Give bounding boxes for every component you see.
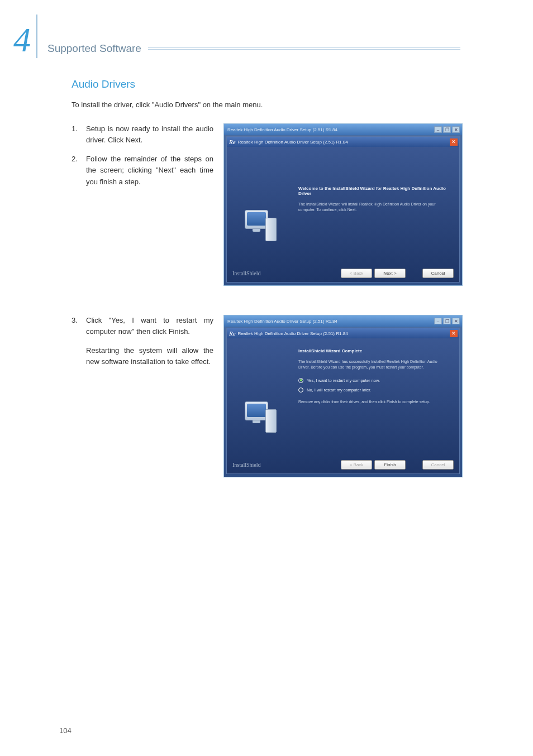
chapter-title: Supported Software xyxy=(47,42,141,55)
page-content: Audio Drivers To install the driver, cli… xyxy=(72,78,463,506)
realtek-logo: Re xyxy=(229,138,236,145)
step-text: Follow the remainder of the steps on the… xyxy=(86,154,213,187)
step-2: 2. Follow the remainder of the steps on … xyxy=(72,154,213,187)
next-button[interactable]: Next > xyxy=(374,269,406,278)
minimize-icon[interactable]: – xyxy=(434,318,442,324)
outer-window: Realtek High Definition Audio Driver Set… xyxy=(223,315,463,477)
window-controls: – ❐ ✕ xyxy=(434,126,460,133)
step-number: 1. xyxy=(72,123,86,146)
radio-selected-icon xyxy=(298,378,303,383)
outer-title-text: Realtek High Definition Audio Driver Set… xyxy=(227,127,337,132)
remove-disks-text: Remove any disks from their drives, and … xyxy=(298,399,449,405)
wizard-text: InstallShield Wizard Complete The Instal… xyxy=(293,338,459,456)
window-controls: – ❐ ✕ xyxy=(434,318,460,324)
maximize-icon[interactable]: ❐ xyxy=(443,318,451,324)
inner-titlebar: Re Realtek High Definition Audio Driver … xyxy=(227,328,459,338)
radio-restart-no[interactable]: No, I will restart my computer later. xyxy=(298,387,449,393)
screenshot-2: Realtek High Definition Audio Driver Set… xyxy=(223,315,463,477)
radio-restart-yes[interactable]: Yes, I want to restart my computer now. xyxy=(298,378,449,383)
step-number: 3. xyxy=(72,315,86,337)
maximize-icon[interactable]: ❐ xyxy=(443,126,451,133)
steps-col-1: 1. Setup is now ready to install the aud… xyxy=(72,123,213,195)
close-icon[interactable]: ✕ xyxy=(450,138,458,146)
steps-col-2: 3. Click "Yes, I want to restart my comp… xyxy=(72,315,213,376)
outer-title-text: Realtek High Definition Audio Driver Set… xyxy=(227,319,337,324)
wizard-graphic xyxy=(227,338,293,456)
back-button[interactable]: < Back xyxy=(341,269,372,278)
inner-window: Re Realtek High Definition Audio Driver … xyxy=(226,136,460,283)
step-3: 3. Click "Yes, I want to restart my comp… xyxy=(72,315,213,337)
wizard-heading: InstallShield Wizard Complete xyxy=(298,348,449,353)
realtek-logo: Re xyxy=(229,330,236,337)
wizard-heading: Welcome to the InstallShield Wizard for … xyxy=(298,186,449,196)
row-complete: 3. Click "Yes, I want to restart my comp… xyxy=(72,315,463,477)
chapter-divider xyxy=(36,15,37,58)
nav-buttons: < Back Finish xyxy=(341,460,406,470)
computer-icon xyxy=(243,401,277,432)
inner-title-text: Realtek High Definition Audio Driver Set… xyxy=(238,140,348,145)
wizard-body: Welcome to the InstallShield Wizard for … xyxy=(227,147,459,264)
page-number: 104 xyxy=(59,726,72,735)
back-button[interactable]: < Back xyxy=(341,460,372,470)
cancel-button[interactable]: Cancel xyxy=(422,460,454,470)
inner-title-text: Realtek High Definition Audio Driver Set… xyxy=(238,331,348,336)
step-text: Setup is now ready to install the audio … xyxy=(86,123,213,146)
radio-label: Yes, I want to restart my computer now. xyxy=(307,378,380,383)
cancel-button[interactable]: Cancel xyxy=(422,269,454,278)
section-intro: To install the driver, click "Audio Driv… xyxy=(72,101,463,109)
restart-note: Restarting the system will allow the new… xyxy=(72,345,213,367)
wizard-desc: The InstallShield Wizard has successfull… xyxy=(298,359,449,370)
inner-window: Re Realtek High Definition Audio Driver … xyxy=(226,328,460,474)
step-text: Click "Yes, I want to restart my compute… xyxy=(86,315,213,337)
nav-buttons: < Back Next > xyxy=(341,269,406,278)
chapter-number: 4 xyxy=(13,22,36,58)
inner-titlebar: Re Realtek High Definition Audio Driver … xyxy=(227,137,459,147)
installshield-brand: InstallShield xyxy=(232,462,261,468)
wizard-text: Welcome to the InstallShield Wizard for … xyxy=(293,147,459,264)
outer-window: Realtek High Definition Audio Driver Set… xyxy=(223,123,463,286)
section-title: Audio Drivers xyxy=(72,78,463,90)
chapter-header: 4 Supported Software xyxy=(13,15,460,58)
step-1: 1. Setup is now ready to install the aud… xyxy=(72,123,213,146)
radio-label: No, I will restart my computer later. xyxy=(307,387,371,393)
installshield-brand: InstallShield xyxy=(232,270,261,276)
close-icon[interactable]: ✕ xyxy=(450,330,458,337)
outer-titlebar: Realtek High Definition Audio Driver Set… xyxy=(224,124,462,135)
row-welcome: 1. Setup is now ready to install the aud… xyxy=(72,123,463,286)
outer-titlebar: Realtek High Definition Audio Driver Set… xyxy=(224,315,462,327)
wizard-desc: The InstallShield Wizard will install Re… xyxy=(298,202,449,213)
computer-icon xyxy=(243,210,277,241)
wizard-footer: InstallShield < Back Next > Cancel xyxy=(227,264,459,282)
radio-unselected-icon xyxy=(298,387,303,393)
wizard-body: InstallShield Wizard Complete The Instal… xyxy=(227,338,459,456)
screenshot-1: Realtek High Definition Audio Driver Set… xyxy=(223,123,463,286)
wizard-footer: InstallShield < Back Finish Cancel xyxy=(227,456,459,473)
close-icon[interactable]: ✕ xyxy=(452,318,460,324)
close-icon[interactable]: ✕ xyxy=(452,126,460,133)
wizard-graphic xyxy=(227,147,293,264)
minimize-icon[interactable]: – xyxy=(434,126,442,133)
chapter-title-row: Supported Software xyxy=(47,42,460,58)
finish-button[interactable]: Finish xyxy=(374,460,406,470)
header-rule xyxy=(148,47,460,50)
step-number: 2. xyxy=(72,154,86,187)
